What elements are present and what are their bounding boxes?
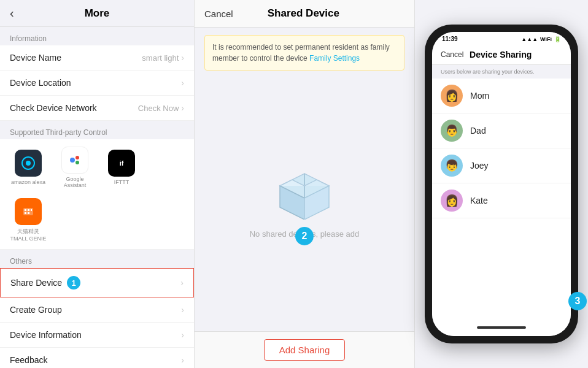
svg-rect-7 (28, 209, 29, 211)
family-settings-link[interactable]: Family Settings (309, 54, 360, 63)
device-name-right: smart light › (142, 53, 184, 63)
notice-box: It is recommended to set permanent resid… (204, 35, 404, 71)
middle-header: Cancel Shared Device (195, 0, 414, 28)
back-icon[interactable]: ‹ (10, 6, 14, 20)
device-information-item[interactable]: Device Information › (0, 323, 194, 348)
device-information-label: Device Information (10, 330, 82, 340)
phone-sharing-title: Device Sharing (470, 50, 532, 59)
battery-icon: 🔋 (554, 36, 561, 42)
svg-rect-6 (25, 209, 26, 211)
section-information: Information (0, 27, 194, 45)
feedback-label: Feedback (10, 355, 47, 365)
left-panel: ‹ More Information Device Name smart lig… (0, 0, 194, 368)
svg-rect-10 (28, 212, 29, 214)
tmall-icon-item[interactable]: 天猫精灵 TMALL GENIE (10, 198, 47, 242)
device-location-chevron: › (181, 78, 184, 88)
svg-point-4 (75, 161, 79, 164)
device-location-label: Device Location (10, 78, 71, 88)
home-indicator (477, 326, 526, 329)
check-network-chevron: › (181, 103, 184, 113)
notice-text: It is recommended to set permanent resid… (212, 43, 390, 63)
user-avatar: 👦 (441, 155, 463, 177)
ifttt-label: IFTTT (114, 179, 130, 185)
ifttt-icon: if (108, 150, 135, 177)
phone-user-list: 👩 Mom 👨 Dad 👦 Joey 👩 Kate (432, 79, 571, 319)
user-name: Joey (470, 161, 489, 171)
user-avatar: 👩 (441, 85, 463, 107)
section-third-party: Supported Third-party Control (0, 121, 194, 139)
phone-list-item[interactable]: 👦 Joey (432, 148, 571, 183)
user-avatar: 👩 (441, 190, 463, 212)
status-icons: ▲▲▲ WiFi 🔋 (521, 36, 561, 42)
google-icon-item[interactable]: Google Assistant (56, 147, 93, 188)
feedback-item[interactable]: Feedback › (0, 348, 194, 368)
svg-rect-5 (23, 208, 33, 215)
third-party-section: amazon alexa Google Assistant if IFTTT (0, 139, 194, 250)
svg-rect-8 (31, 209, 32, 211)
share-device-chevron: › (180, 278, 184, 288)
phone-cancel-button[interactable]: Cancel (441, 50, 463, 59)
phone-screen: 11:39 ▲▲▲ WiFi 🔋 Cancel Device Sharing U… (432, 32, 571, 336)
signal-icon: ▲▲▲ (521, 36, 538, 42)
share-device-item[interactable]: Share Device 1 › (0, 268, 194, 297)
create-group-chevron: › (181, 305, 184, 315)
ifttt-icon-item[interactable]: if IFTTT (103, 150, 140, 185)
wifi-icon: WiFi (540, 36, 552, 42)
alexa-icon (15, 150, 42, 177)
step1-badge: 1 (67, 276, 80, 289)
phone-bottom-bar (432, 319, 571, 336)
create-group-item[interactable]: Create Group › (0, 297, 194, 323)
svg-point-3 (75, 156, 79, 159)
empty-state: No shared devices, please add (195, 78, 414, 331)
device-name-item[interactable]: Device Name smart light › (0, 45, 194, 71)
phone-time: 11:39 (442, 36, 458, 42)
svg-point-2 (70, 158, 75, 163)
section-others: Others (0, 250, 194, 268)
tmall-label: 天猫精灵 TMALL GENIE (10, 228, 47, 242)
share-device-label: Share Device (10, 278, 62, 288)
add-sharing-footer: Add Sharing (195, 331, 414, 368)
left-header: ‹ More (0, 0, 194, 27)
empty-box-icon (274, 171, 335, 220)
phone-list-item[interactable]: 👩 Kate (432, 183, 571, 218)
phone-wrapper: 11:39 ▲▲▲ WiFi 🔋 Cancel Device Sharing U… (425, 25, 578, 343)
device-information-chevron: › (181, 330, 184, 340)
device-location-item[interactable]: Device Location › (0, 71, 194, 96)
user-name: Dad (470, 126, 486, 136)
check-network-right: Check Now › (138, 103, 184, 113)
alexa-label: amazon alexa (11, 179, 45, 185)
middle-title: Shared Device (268, 7, 339, 20)
alexa-icon-item[interactable]: amazon alexa (10, 150, 47, 185)
user-name: Kate (470, 196, 488, 205)
user-name: Mom (470, 91, 489, 101)
device-name-label: Device Name (10, 53, 61, 63)
check-network-label: Check Device Network (10, 103, 97, 113)
phone-subtitle: Users below are sharing your devices. (432, 65, 571, 79)
middle-content-wrapper: No shared devices, please add 2 (195, 78, 414, 331)
svg-point-1 (26, 161, 31, 166)
create-group-label: Create Group (10, 305, 62, 315)
google-label: Google Assistant (56, 176, 93, 188)
phone-list-item[interactable]: 👩 Mom (432, 79, 571, 113)
cancel-button[interactable]: Cancel (204, 9, 233, 19)
phone-status-bar: 11:39 ▲▲▲ WiFi 🔋 (432, 32, 571, 45)
third-party-icons: amazon alexa Google Assistant if IFTTT (10, 147, 184, 242)
device-name-value: smart light (142, 53, 179, 63)
add-sharing-button[interactable]: Add Sharing (264, 339, 346, 361)
check-network-item[interactable]: Check Device Network Check Now › (0, 96, 194, 121)
user-avatar: 👨 (441, 120, 463, 142)
left-title: More (85, 7, 110, 20)
tmall-genie-icon (15, 198, 42, 225)
step3-badge: 3 (568, 292, 587, 310)
check-network-value: Check Now (138, 104, 179, 113)
step2-badge: 2 (295, 227, 314, 245)
google-assistant-icon (61, 147, 88, 174)
right-panel: 11:39 ▲▲▲ WiFi 🔋 Cancel Device Sharing U… (415, 0, 588, 368)
device-name-chevron: › (181, 53, 184, 63)
middle-panel: Cancel Shared Device It is recommended t… (194, 0, 415, 368)
feedback-chevron: › (181, 355, 184, 365)
phone-list-item[interactable]: 👨 Dad (432, 113, 571, 148)
phone-header: Cancel Device Sharing (432, 45, 571, 65)
phone-mockup: 11:39 ▲▲▲ WiFi 🔋 Cancel Device Sharing U… (425, 25, 578, 343)
svg-rect-9 (25, 212, 26, 214)
